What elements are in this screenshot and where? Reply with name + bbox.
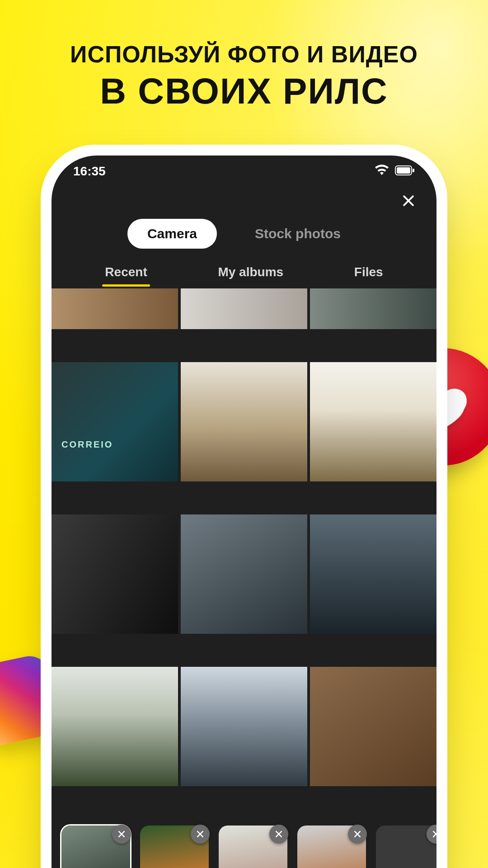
tab-recent[interactable]: Recent xyxy=(102,260,150,287)
clip-thumb[interactable] xyxy=(219,826,287,868)
remove-clip-button[interactable] xyxy=(191,825,210,844)
photo-grid[interactable] xyxy=(52,288,436,816)
promo-stage: ИСПОЛЬЗУЙ ФОТО И ВИДЕО В СВОИХ РИЛС 16:3… xyxy=(0,0,488,868)
tab-files[interactable]: Files xyxy=(352,260,386,287)
grid-item[interactable] xyxy=(181,288,307,329)
clip-thumb[interactable] xyxy=(61,826,130,868)
headline-line-2: В СВОИХ РИЛС xyxy=(0,71,488,112)
svg-rect-2 xyxy=(413,169,414,172)
clip-item[interactable]: 0.2 xyxy=(376,826,436,868)
app-screen: 16:35 Camera Stock photos xyxy=(52,156,436,868)
clip-item[interactable]: 1.0 xyxy=(61,826,130,868)
remove-clip-button[interactable] xyxy=(112,825,131,844)
clip-item[interactable]: 0.2 xyxy=(219,826,287,868)
clip-item[interactable]: 0.2 xyxy=(140,826,209,868)
wifi-icon xyxy=(375,164,389,179)
headline-line-1: ИСПОЛЬЗУЙ ФОТО И ВИДЕО xyxy=(0,41,488,68)
remove-clip-button[interactable] xyxy=(269,825,288,844)
grid-item[interactable] xyxy=(181,667,307,786)
grid-item[interactable] xyxy=(181,362,307,481)
grid-item[interactable] xyxy=(52,514,178,634)
status-time: 16:35 xyxy=(73,164,106,179)
selected-clips-tray[interactable]: 1.0 0.2 0.2 xyxy=(52,816,436,868)
promo-headline: ИСПОЛЬЗУЙ ФОТО И ВИДЕО В СВОИХ РИЛС xyxy=(0,0,488,112)
grid-item[interactable] xyxy=(52,288,178,329)
grid-item[interactable] xyxy=(52,362,178,481)
svg-rect-1 xyxy=(397,167,410,174)
album-tabs: Recent My albums Files xyxy=(52,260,436,287)
tab-stock-photos[interactable]: Stock photos xyxy=(235,219,361,249)
battery-icon xyxy=(395,164,415,179)
clip-thumb[interactable] xyxy=(376,826,436,868)
status-bar: 16:35 xyxy=(52,156,436,187)
grid-item[interactable] xyxy=(310,362,436,481)
source-switch: Camera Stock photos xyxy=(52,216,436,260)
remove-clip-button[interactable] xyxy=(348,825,367,844)
grid-item[interactable] xyxy=(181,514,307,634)
tab-my-albums[interactable]: My albums xyxy=(215,260,286,287)
clip-thumb[interactable] xyxy=(297,826,366,868)
phone-frame: 16:35 Camera Stock photos xyxy=(41,145,447,868)
grid-item[interactable] xyxy=(310,514,436,634)
clip-item[interactable]: 0.2 xyxy=(297,826,366,868)
clip-thumb[interactable] xyxy=(140,826,209,868)
grid-item[interactable] xyxy=(310,667,436,786)
close-button[interactable] xyxy=(399,191,418,211)
tab-camera[interactable]: Camera xyxy=(127,219,217,249)
grid-item[interactable] xyxy=(310,288,436,329)
remove-clip-button[interactable] xyxy=(427,825,436,844)
grid-item[interactable] xyxy=(52,667,178,786)
